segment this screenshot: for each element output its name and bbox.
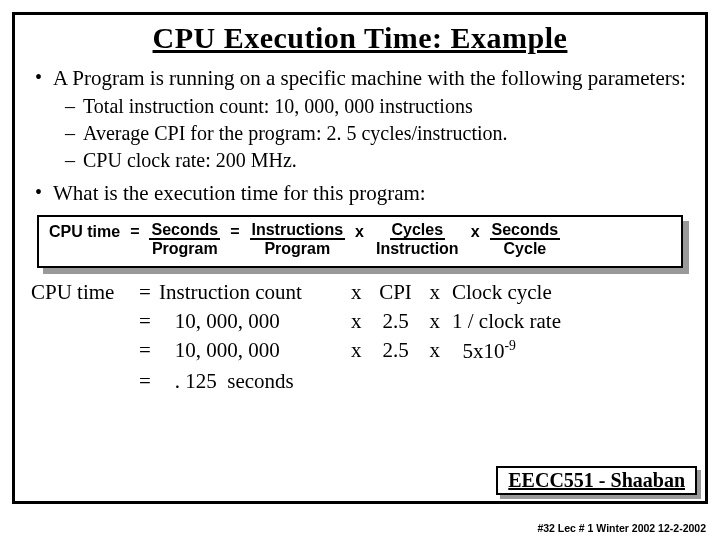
calc-c2: 2.5 xyxy=(362,336,430,366)
bullet-list-2: What is the execution time for this prog… xyxy=(31,180,689,206)
calc-row-3: = 10, 000, 000 x 2.5 x 5x10-9 xyxy=(31,336,689,366)
frac-num: Seconds xyxy=(149,221,220,241)
calc-x1: x xyxy=(351,307,362,336)
calc-c1: Instruction count xyxy=(159,278,351,307)
calc-c2: CPI xyxy=(362,278,430,307)
calc-eq: = xyxy=(131,367,159,396)
formula-lhs: CPU time xyxy=(49,221,120,241)
calc-c3: 5x10-9 xyxy=(440,336,516,366)
calc-eq: = xyxy=(131,336,159,366)
bullet-question: What is the execution time for this prog… xyxy=(31,180,689,206)
frac-instr-program: Instructions Program xyxy=(250,221,346,258)
calc-row-2: = 10, 000, 000 x 2.5 x 1 / clock rate xyxy=(31,307,689,336)
frac-num: Seconds xyxy=(490,221,561,241)
frac-den: Program xyxy=(150,240,220,258)
calc-x1: x xyxy=(351,336,362,366)
equals-2: = xyxy=(230,221,239,241)
calc-c3: 1 / clock rate xyxy=(440,307,561,336)
times-2: x xyxy=(471,221,480,241)
equals-1: = xyxy=(130,221,139,241)
frac-cycles-instr: Cycles Instruction xyxy=(374,221,461,258)
calc-c2: 2.5 xyxy=(362,307,430,336)
calculation-block: CPU time = Instruction count x CPI x Clo… xyxy=(31,278,689,397)
calc-eq: = xyxy=(131,278,159,307)
course-label: EECC551 - Shaaban xyxy=(496,466,697,495)
calc-c3: Clock cycle xyxy=(440,278,552,307)
calc-eq: = xyxy=(131,307,159,336)
calc-lhs xyxy=(31,307,131,336)
calc-lhs xyxy=(31,336,131,366)
frac-seconds-program: Seconds Program xyxy=(149,221,220,258)
calc-row-4: = . 125 seconds xyxy=(31,367,689,396)
calc-lhs xyxy=(31,367,131,396)
sub-bullet-instructions: Total instruction count: 10, 000, 000 in… xyxy=(31,93,689,120)
calc-row-1: CPU time = Instruction count x CPI x Clo… xyxy=(31,278,689,307)
formula-content: CPU time = Seconds Program = Instruction… xyxy=(37,215,683,268)
calc-x1: x xyxy=(351,278,362,307)
calc-result: . 125 seconds xyxy=(159,367,294,396)
calc-c1: 10, 000, 000 xyxy=(159,336,351,366)
sub-bullet-cpi: Average CPI for the program: 2. 5 cycles… xyxy=(31,120,689,147)
calc-x2: x xyxy=(430,307,441,336)
calc-x2: x xyxy=(430,336,441,366)
frac-seconds-cycle: Seconds Cycle xyxy=(490,221,561,258)
formula-box: CPU time = Seconds Program = Instruction… xyxy=(37,215,683,268)
calc-c3-sup: -9 xyxy=(505,338,516,353)
course-box: EECC551 - Shaaban xyxy=(496,466,697,495)
bullet-list: A Program is running on a specific machi… xyxy=(31,65,689,91)
calc-c3-base: 5x10 xyxy=(452,339,505,363)
frac-den: Program xyxy=(262,240,332,258)
times-1: x xyxy=(355,221,364,241)
sub-bullet-clock: CPU clock rate: 200 MHz. xyxy=(31,147,689,174)
frac-num: Instructions xyxy=(250,221,346,241)
frac-den: Instruction xyxy=(374,240,461,258)
calc-lhs: CPU time xyxy=(31,278,131,307)
slide-footer: #32 Lec # 1 Winter 2002 12-2-2002 xyxy=(537,522,706,534)
calc-x2: x xyxy=(430,278,441,307)
frac-num: Cycles xyxy=(390,221,446,241)
bullet-intro: A Program is running on a specific machi… xyxy=(31,65,689,91)
sub-bullet-list: Total instruction count: 10, 000, 000 in… xyxy=(31,93,689,174)
calc-c1: 10, 000, 000 xyxy=(159,307,351,336)
slide-frame: CPU Execution Time: Example A Program is… xyxy=(12,12,708,504)
slide-title: CPU Execution Time: Example xyxy=(31,21,689,55)
frac-den: Cycle xyxy=(502,240,549,258)
